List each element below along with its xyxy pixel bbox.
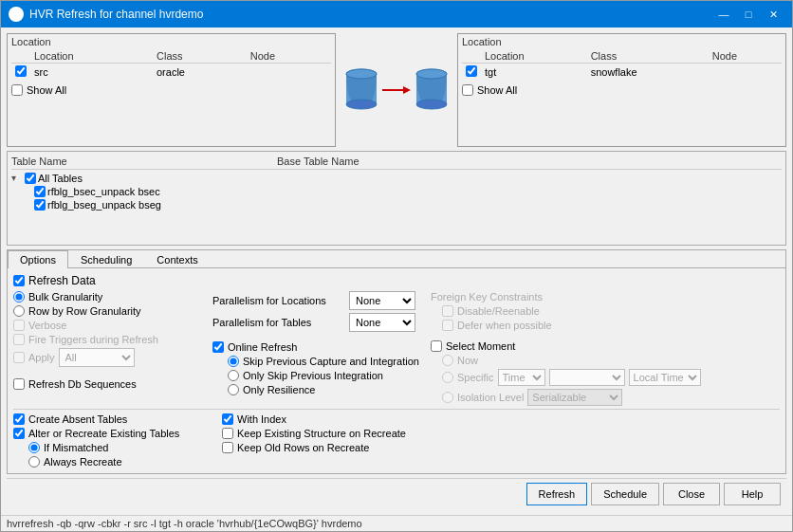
table2-checkbox[interactable] [34, 199, 46, 211]
defer-when-possible-checkbox[interactable] [442, 320, 453, 331]
close-button[interactable]: Close [663, 483, 720, 505]
source-show-all-row: Show All [11, 84, 331, 96]
fire-triggers-checkbox[interactable] [13, 334, 25, 345]
only-resilience-radio[interactable] [228, 384, 239, 395]
target-location-value: tgt [481, 64, 587, 82]
table-row-1[interactable]: rfblg_bsec_unpack bsec [11, 185, 782, 198]
apply-row: Apply All [13, 348, 203, 367]
disable-reenable-checkbox[interactable] [442, 305, 453, 317]
help-button[interactable]: Help [724, 483, 781, 505]
isolation-level-select[interactable]: Serializable [527, 389, 622, 406]
foreign-key-label: Foreign Key Constraints [431, 291, 543, 303]
time-select[interactable]: Time [498, 369, 545, 386]
verbose-checkbox[interactable] [13, 320, 25, 331]
apply-select[interactable]: All [59, 348, 135, 367]
status-bar: hvrrefresh -qb -qrw -cbkr -r src -l tgt … [1, 515, 792, 531]
target-show-all-checkbox[interactable] [462, 84, 473, 96]
svg-point-3 [346, 69, 377, 79]
db-arrow [344, 66, 449, 114]
local-time-select[interactable]: Local Time [629, 369, 701, 386]
alter-recreate-row: Alter or Recreate Existing Tables [13, 428, 203, 439]
verbose-row: Verbose [13, 320, 203, 331]
table1-name: rfblg_bsec_unpack bsec [47, 186, 160, 197]
schedule-button[interactable]: Schedule [591, 483, 659, 505]
if-mismatched-radio[interactable] [28, 442, 40, 453]
options-col3: Foreign Key Constraints Disable/Reenable… [431, 291, 780, 406]
all-tables-item[interactable]: ▾ All Tables [11, 172, 782, 185]
create-absent-checkbox[interactable] [13, 413, 25, 425]
always-recreate-label: Always Recreate [44, 456, 122, 468]
source-location-table: Location Class Node src oracle [11, 49, 331, 81]
minimize-button[interactable]: — [712, 6, 735, 23]
target-class-value: snowflake [587, 64, 709, 82]
apply-label: Apply [28, 352, 55, 363]
bulk-granularity-radio[interactable] [13, 291, 25, 303]
with-index-checkbox[interactable] [222, 413, 233, 425]
target-node-value [709, 64, 782, 82]
target-col-class: Class [587, 49, 709, 64]
target-checkbox[interactable] [466, 65, 477, 77]
source-location-title: Location [11, 36, 331, 47]
all-tables-label: All Tables [38, 173, 83, 184]
bulk-granularity-row: Bulk Granularity [13, 291, 203, 303]
keep-old-rows-label: Keep Old Rows on Recreate [237, 442, 369, 453]
tab-scheduling[interactable]: Scheduling [68, 250, 144, 268]
fire-triggers-row: Fire Triggers during Refresh [13, 334, 203, 345]
specific-radio[interactable] [442, 372, 453, 383]
time-value-select[interactable] [549, 369, 625, 386]
only-resilience-label: Only Resilience [243, 384, 315, 395]
online-refresh-label: Online Refresh [228, 341, 297, 353]
refresh-db-sequences-row: Refresh Db Sequences [13, 378, 203, 390]
target-location-group: Location Location Class Node tgt [457, 33, 786, 147]
now-radio[interactable] [442, 355, 453, 366]
window-title: HVR Refresh for channel hvrdemo [29, 8, 712, 21]
maximize-button[interactable]: □ [737, 6, 760, 23]
specific-row: Specific Time Local Time [431, 369, 780, 386]
tab-contexts[interactable]: Contexts [144, 250, 210, 268]
keep-old-rows-checkbox[interactable] [222, 442, 233, 453]
skip-previous-row: Skip Previous Capture and Integration [212, 356, 421, 367]
table-row-2[interactable]: rfblg_bseg_unpack bseg [11, 198, 782, 211]
source-col-location-label: Location [30, 49, 153, 64]
select-moment-checkbox[interactable] [431, 340, 442, 352]
row-by-row-label: Row by Row Granularity [28, 305, 141, 317]
table-col2-header: Base Table Name [277, 156, 360, 167]
isolation-level-radio[interactable] [442, 392, 453, 403]
only-skip-integration-radio[interactable] [228, 370, 239, 381]
expand-icon[interactable]: ▾ [11, 173, 23, 184]
svg-point-9 [416, 69, 447, 79]
alter-recreate-checkbox[interactable] [13, 428, 25, 439]
close-window-button[interactable]: ✕ [762, 6, 784, 23]
all-tables-checkbox[interactable] [25, 173, 36, 184]
bulk-granularity-label: Bulk Granularity [28, 291, 102, 303]
skip-previous-radio[interactable] [228, 356, 239, 367]
source-cylinder [344, 66, 378, 114]
online-refresh-checkbox[interactable] [212, 341, 224, 353]
tab-options[interactable]: Options [8, 250, 68, 268]
refresh-button[interactable]: Refresh [526, 483, 588, 505]
source-show-all-checkbox[interactable] [11, 84, 23, 96]
row-by-row-radio[interactable] [13, 305, 25, 317]
source-checkbox[interactable] [15, 65, 27, 77]
if-mismatched-label: If Mismatched [44, 442, 108, 453]
target-col-location-label: Location [481, 49, 587, 64]
parallelism-tables-select[interactable]: None [349, 313, 415, 332]
apply-checkbox[interactable] [13, 352, 25, 363]
svg-marker-5 [403, 86, 411, 94]
table-header: Table Name Base Table Name [11, 156, 782, 170]
disable-reenable-row: Disable/Reenable [431, 305, 780, 317]
table1-checkbox[interactable] [34, 186, 46, 197]
table-col1-header: Table Name [11, 156, 201, 167]
keep-existing-checkbox[interactable] [222, 428, 233, 439]
refresh-data-checkbox[interactable] [13, 275, 25, 286]
source-row: src oracle [11, 64, 331, 82]
online-refresh-row: Online Refresh [212, 341, 421, 353]
options-columns: Bulk Granularity Row by Row Granularity … [13, 291, 780, 406]
parallelism-locations-select[interactable]: None [349, 291, 415, 310]
only-skip-integration-row: Only Skip Previous Integration [212, 370, 421, 381]
always-recreate-radio[interactable] [28, 456, 40, 468]
select-moment-row: Select Moment [431, 340, 780, 352]
source-col-class: Class [153, 49, 247, 64]
svg-point-2 [346, 100, 377, 109]
refresh-db-sequences-checkbox[interactable] [13, 378, 25, 390]
